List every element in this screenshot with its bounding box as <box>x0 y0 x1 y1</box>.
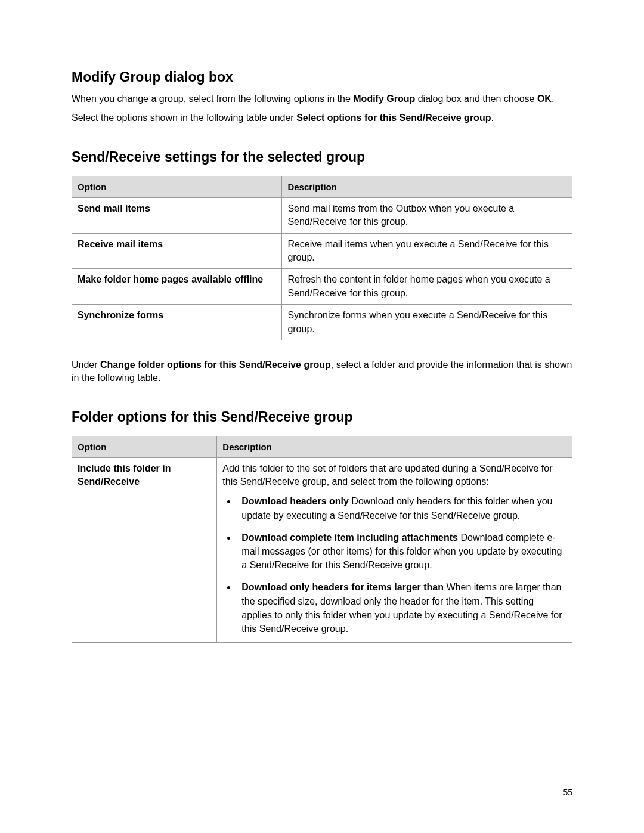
description-cell: Receive mail items when you execute a Se… <box>282 233 572 269</box>
description-cell: Refresh the content in folder home pages… <box>282 269 572 305</box>
col-header-option: Option <box>72 176 282 197</box>
table-row: Synchronize forms Synchronize forms when… <box>72 305 572 340</box>
bold-text: Modify Group <box>353 94 415 104</box>
table-folder-options: Option Description Include this folder i… <box>72 436 572 643</box>
desc-intro: Add this folder to the set of folders th… <box>222 463 552 487</box>
text: . <box>552 94 554 104</box>
heading-folder-options: Folder options for this Send/Receive gro… <box>72 409 572 425</box>
intro-para-3: Under Change folder options for this Sen… <box>72 358 572 385</box>
col-header-option: Option <box>72 436 217 457</box>
text: Select the options shown in the followin… <box>72 113 296 123</box>
table-row: Include this folder in Send/Receive Add … <box>72 457 572 642</box>
text: dialog box and then choose <box>415 94 537 104</box>
description-cell: Add this folder to the set of folders th… <box>217 457 572 642</box>
bullet-bold: Download complete item including attachm… <box>242 532 458 543</box>
option-cell: Send mail items <box>72 197 282 233</box>
list-item: Download only headers for items larger t… <box>237 580 566 636</box>
top-rule <box>72 27 572 27</box>
table-row: Send mail items Send mail items from the… <box>72 197 572 233</box>
bullet-bold: Download headers only <box>242 496 349 506</box>
col-header-description: Description <box>282 176 572 197</box>
text: When you change a group, select from the… <box>72 94 353 104</box>
bold-text: Select options for this Send/Receive gro… <box>296 113 491 123</box>
bullet-bold: Download only headers for items larger t… <box>242 582 444 592</box>
text: Under <box>72 360 100 370</box>
table-row: Receive mail items Receive mail items wh… <box>72 233 572 269</box>
option-cell: Synchronize forms <box>72 305 282 340</box>
heading-send-receive-settings: Send/Receive settings for the selected g… <box>72 149 572 165</box>
intro-para-1: When you change a group, select from the… <box>72 92 572 106</box>
text: . <box>491 113 493 123</box>
option-cell: Receive mail items <box>72 233 282 269</box>
table-row: Make folder home pages available offline… <box>72 269 572 305</box>
option-cell: Include this folder in Send/Receive <box>72 457 217 642</box>
description-cell: Synchronize forms when you execute a Sen… <box>282 305 572 340</box>
table-send-receive-settings: Option Description Send mail items Send … <box>72 176 572 340</box>
list-item: Download complete item including attachm… <box>237 531 566 572</box>
options-list: Download headers only Download only head… <box>222 494 566 636</box>
page-number: 55 <box>563 788 572 797</box>
bold-text: OK <box>537 94 552 104</box>
list-item: Download headers only Download only head… <box>237 494 566 522</box>
description-cell: Send mail items from the Outbox when you… <box>282 197 572 233</box>
intro-para-2: Select the options shown in the followin… <box>72 112 572 125</box>
option-cell: Make folder home pages available offline <box>72 269 282 305</box>
col-header-description: Description <box>217 436 572 457</box>
heading-modify-group: Modify Group dialog box <box>72 69 572 85</box>
bold-text: Change folder options for this Send/Rece… <box>100 360 331 370</box>
